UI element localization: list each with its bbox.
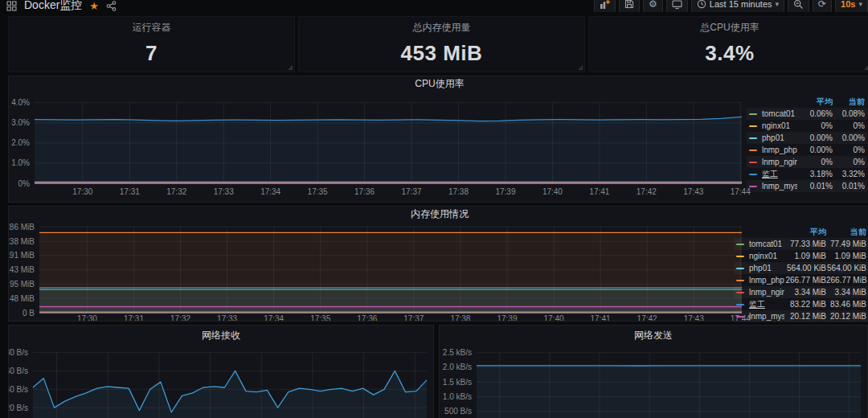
legend-row-lnmp_nginx[interactable]: lnmp_nginx3.34 MiB3.34 MiB [734, 286, 868, 298]
legend-series-name[interactable]: lnmp_nginx [762, 158, 797, 166]
x-axis-tick-label: 17:43 [684, 314, 704, 321]
series-color-marker [736, 244, 744, 245]
legend-series-name[interactable]: lnmp_php [762, 145, 797, 154]
legend-sort-avg[interactable]: 平均 [797, 96, 833, 108]
add-panel-icon [600, 0, 610, 10]
legend-row-php01[interactable]: php010.00%0.00% [747, 132, 867, 144]
y-axis-tick-label: 0% [18, 179, 31, 188]
legend-row-监工[interactable]: 监工83.22 MiB83.46 MiB [734, 298, 868, 310]
legend-sort-avg[interactable]: 平均 [784, 227, 826, 238]
panel-title-memory[interactable]: 内存使用情况 [9, 207, 868, 221]
legend-current-value: 83.46 MiB [826, 300, 866, 309]
legend-sort-current[interactable]: 当前 [833, 96, 865, 108]
panel-title-cpu[interactable]: CPU使用率 [9, 76, 868, 91]
star-icon[interactable]: ★ [89, 1, 99, 11]
legend-row-监工[interactable]: 监工3.18%3.32% [747, 168, 867, 180]
cycle-view-mode-button[interactable] [666, 0, 688, 12]
stat-panel-title[interactable]: 总内存使用量 [299, 20, 584, 35]
dashboard-title[interactable]: Docker监控 [24, 0, 82, 12]
panel-network-receive: 80 B/s60 B/s40 B/s20 B/s 网络接收 [8, 325, 434, 418]
panel-resize-handle[interactable] [578, 65, 583, 70]
legend-row-php01[interactable]: php01564.00 KiB564.00 KiB [734, 262, 868, 274]
zoom-out-time-button[interactable] [788, 0, 809, 12]
add-panel-button[interactable] [594, 0, 616, 12]
legend-series-name[interactable]: lnmp_mysql [749, 312, 784, 321]
legend-row-nginx01[interactable]: nginx011.09 MiB1.09 MiB [734, 250, 868, 262]
y-axis-tick-label: 3.0% [11, 118, 30, 127]
legend-row-tomcat01[interactable]: tomcat0177.33 MiB77.49 MiB [734, 238, 868, 250]
legend-header-row: 平均当前 [734, 226, 868, 238]
legend-row-nginx01[interactable]: nginx010%0% [747, 120, 867, 132]
refresh-interval-picker[interactable]: 10s ▾ [835, 0, 868, 12]
series-area-网络接收 [33, 371, 427, 418]
cpu-usage-chart[interactable]: 17:3017:3117:3217:3317:3417:3517:3617:37… [9, 76, 868, 202]
legend-avg-value: 77.33 MiB [784, 240, 826, 248]
series-color-marker [749, 186, 757, 187]
legend-series-name[interactable]: lnmp_php [749, 276, 784, 285]
save-dashboard-button[interactable] [619, 0, 640, 12]
series-color-marker [736, 280, 744, 281]
series-color-marker [749, 125, 757, 127]
time-range-picker[interactable]: Last 15 minutes ▾ [691, 0, 784, 12]
legend-current-value: 77.49 MiB [826, 240, 866, 248]
x-axis-tick-label: 17:30 [72, 187, 92, 196]
legend-series-name[interactable]: nginx01 [749, 252, 784, 260]
legend-current-value: 0% [833, 158, 865, 166]
y-axis-tick-label: 1.0% [11, 158, 30, 167]
share-icon[interactable] [106, 1, 117, 11]
legend-series-name[interactable]: nginx01 [762, 121, 797, 130]
panel-title-network-receive[interactable]: 网络接收 [9, 328, 433, 342]
x-axis-tick-label: 17:33 [214, 187, 234, 196]
time-range-label: Last 15 minutes [710, 0, 772, 9]
stat-value-total-cpu: 3.4% [589, 41, 868, 66]
y-axis-tick-label: 95 MiB [10, 280, 35, 289]
stat-panel-title[interactable]: 运行容器 [9, 20, 294, 35]
chevron-down-icon: ▾ [858, 0, 862, 8]
dashboard-settings-button[interactable]: ⚙ [643, 0, 663, 12]
panel-resize-handle[interactable] [864, 65, 868, 70]
refresh-button[interactable]: ⟳ [813, 0, 832, 12]
panel-network-send: 2.5 kB/s2.0 kB/s1.5 kB/s1.0 kB/s500 B/s … [439, 325, 868, 418]
legend-series-name[interactable]: lnmp_mysql [762, 182, 797, 191]
legend-row-tomcat01[interactable]: tomcat010.06%0.08% [747, 108, 867, 120]
legend-row-lnmp_nginx[interactable]: lnmp_nginx0%0% [747, 156, 867, 168]
memory-legend: 平均当前tomcat0177.33 MiB77.49 MiBnginx011.0… [734, 226, 868, 322]
dashboard-toolbar: ⚙ Last 15 minutes ▾ ⟳ 10s ▾ [594, 0, 868, 12]
panel-running-containers: 运行容器 7 [8, 16, 295, 72]
panel-total-memory: 总内存使用量 453 MiB [298, 16, 585, 72]
legend-series-name[interactable]: lnmp_nginx [749, 288, 784, 297]
y-axis-tick-label: 48 MiB [10, 294, 35, 303]
y-axis-tick-label: 2.0% [11, 138, 30, 147]
legend-avg-value: 83.22 MiB [784, 300, 826, 309]
y-axis-tick-label: 0 B [23, 309, 35, 318]
legend-series-name[interactable]: 监工 [762, 169, 797, 180]
legend-series-name[interactable]: php01 [749, 264, 784, 273]
x-axis-tick-label: 17:42 [637, 187, 657, 196]
legend-avg-value: 3.34 MiB [784, 288, 826, 297]
legend-row-lnmp_mysql[interactable]: lnmp_mysql0.01%0.01% [747, 180, 867, 192]
tv-icon [672, 0, 682, 10]
y-axis-tick-label: 40 B/s [9, 385, 28, 394]
chevron-down-icon: ▾ [776, 0, 780, 8]
legend-row-lnmp_php[interactable]: lnmp_php266.77 MiB266.77 MiB [734, 274, 868, 286]
legend-series-name[interactable]: tomcat01 [749, 240, 784, 248]
series-color-marker [749, 150, 757, 151]
stat-panel-title[interactable]: 总CPU使用率 [589, 20, 868, 35]
x-axis-tick-label: 17:40 [542, 187, 563, 196]
x-axis-tick-label: 17:38 [450, 314, 470, 321]
x-axis-tick-label: 17:39 [497, 314, 517, 321]
series-color-marker [736, 304, 744, 305]
legend-row-lnmp_mysql[interactable]: lnmp_mysql20.12 MiB20.12 MiB [734, 310, 868, 322]
series-color-marker [749, 137, 757, 139]
x-axis-tick-label: 17:40 [544, 314, 564, 321]
legend-sort-current[interactable]: 当前 [826, 227, 866, 238]
y-axis-tick-label: 1.0 kB/s [443, 392, 472, 401]
legend-series-name[interactable]: php01 [762, 133, 797, 142]
x-axis-tick-label: 17:37 [402, 187, 422, 196]
legend-series-name[interactable]: tomcat01 [762, 109, 797, 118]
legend-current-value: 0% [833, 121, 865, 130]
legend-series-name[interactable]: 监工 [749, 299, 784, 310]
panel-title-network-send[interactable]: 网络发送 [440, 328, 867, 342]
legend-row-lnmp_php[interactable]: lnmp_php0.00%0% [747, 144, 867, 156]
panel-resize-handle[interactable] [288, 65, 293, 70]
